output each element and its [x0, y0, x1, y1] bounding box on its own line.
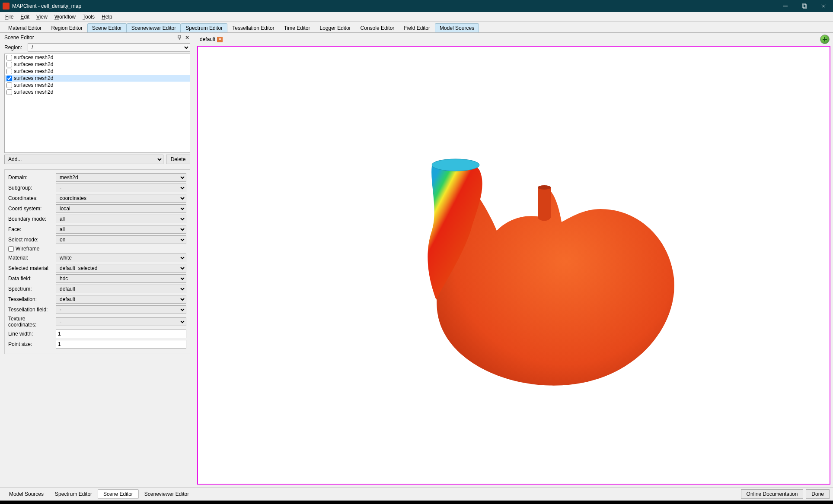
menubar: File Edit View Workflow Tools Help — [0, 12, 833, 22]
wireframe-label: Wireframe — [16, 246, 39, 252]
point-size-input[interactable] — [56, 340, 186, 349]
region-select[interactable]: / — [28, 43, 190, 52]
pin-icon[interactable] — [176, 35, 182, 41]
region-label: Region: — [4, 44, 25, 51]
window-title: MAPClient - cell_density_map — [12, 3, 776, 9]
boundary-mode-label: Boundary mode: — [8, 216, 54, 222]
spectrum-label: Spectrum: — [8, 286, 54, 292]
data-field-label: Data field: — [8, 276, 54, 282]
viewport-panel: default ✕ — [195, 33, 833, 487]
domain-label: Domain: — [8, 174, 54, 181]
top-tab-material-editor[interactable]: Material Editor — [3, 23, 46, 32]
subgroup-label: Subgroup: — [8, 185, 54, 191]
graphics-item-label: surfaces mesh2d — [14, 75, 53, 81]
close-panel-icon[interactable]: ✕ — [184, 35, 190, 41]
spectrum-select[interactable]: default — [56, 285, 186, 293]
top-tab-region-editor[interactable]: Region Editor — [46, 23, 87, 32]
top-tabstrip: Material EditorRegion EditorScene Editor… — [0, 22, 833, 33]
selected-material-select[interactable]: default_selected — [56, 264, 186, 273]
viewport-tab-label: default — [200, 36, 215, 42]
close-tab-icon[interactable]: ✕ — [217, 37, 223, 42]
top-tab-spectrum-editor[interactable]: Spectrum Editor — [181, 23, 227, 32]
top-tab-tessellation-editor[interactable]: Tessellation Editor — [227, 23, 279, 32]
tessellation-label: Tessellation: — [8, 296, 54, 302]
face-label: Face: — [8, 226, 54, 232]
top-tab-logger-editor[interactable]: Logger Editor — [315, 23, 356, 32]
graphics-item-checkbox[interactable] — [6, 89, 12, 95]
taskbar — [0, 501, 833, 504]
point-size-label: Point size: — [8, 341, 54, 347]
domain-select[interactable]: mesh2d — [56, 173, 186, 182]
close-button[interactable] — [814, 0, 833, 12]
panel-title: Scene Editor — [4, 35, 175, 41]
svg-point-10 — [538, 185, 551, 190]
data-field-select[interactable]: hdc — [56, 274, 186, 283]
graphics-item-label: surfaces mesh2d — [14, 54, 53, 60]
coordinates-select[interactable]: coordinates — [56, 194, 186, 203]
titlebar: MAPClient - cell_density_map — [0, 0, 833, 12]
delete-button[interactable]: Delete — [166, 155, 190, 164]
menu-view[interactable]: View — [33, 13, 51, 21]
graphics-list-item[interactable]: surfaces mesh2d — [5, 89, 190, 95]
svg-rect-5 — [178, 35, 181, 38]
svg-rect-2 — [803, 5, 807, 8]
bottom-tabstrip: Model SourcesSpectrum EditorScene Editor… — [0, 487, 833, 501]
tessellation-field-select[interactable]: - — [56, 305, 186, 314]
coord-system-select[interactable]: local — [56, 204, 186, 213]
graphics-list-item[interactable]: surfaces mesh2d — [5, 82, 190, 89]
add-graphics-select[interactable]: Add... — [4, 155, 163, 164]
menu-edit[interactable]: Edit — [17, 13, 33, 21]
texture-coords-label: Texture coordinates: — [8, 316, 54, 328]
face-select[interactable]: all — [56, 225, 186, 234]
material-label: Material: — [8, 255, 54, 261]
3d-canvas[interactable] — [197, 46, 830, 485]
viewport-tab-default[interactable]: default ✕ — [198, 35, 224, 43]
boundary-mode-select[interactable]: all — [56, 215, 186, 223]
line-width-input[interactable] — [56, 330, 186, 338]
app-icon — [3, 3, 10, 10]
graphics-list-item[interactable]: surfaces mesh2d — [5, 54, 190, 61]
graphics-list-item[interactable]: surfaces mesh2d — [5, 68, 190, 75]
graphics-item-checkbox[interactable] — [6, 82, 12, 88]
graphics-list-item[interactable]: surfaces mesh2d — [5, 61, 190, 68]
done-button[interactable]: Done — [806, 489, 830, 499]
bottom-tab-spectrum-editor[interactable]: Spectrum Editor — [49, 489, 98, 499]
minimize-button[interactable] — [776, 0, 795, 12]
graphics-item-checkbox[interactable] — [6, 55, 12, 60]
graphics-list-item[interactable]: surfaces mesh2d — [5, 75, 190, 82]
svg-point-9 — [432, 159, 479, 171]
graphics-item-label: surfaces mesh2d — [14, 61, 53, 67]
graphics-item-label: surfaces mesh2d — [14, 89, 53, 95]
top-tab-scene-editor[interactable]: Scene Editor — [87, 23, 127, 32]
select-mode-select[interactable]: on — [56, 235, 186, 244]
graphics-item-checkbox[interactable] — [6, 62, 12, 67]
graphics-list[interactable]: surfaces mesh2dsurfaces mesh2dsurfaces m… — [4, 54, 190, 153]
tessellation-select[interactable]: default — [56, 295, 186, 304]
menu-file[interactable]: File — [2, 13, 17, 21]
top-tab-console-editor[interactable]: Console Editor — [356, 23, 399, 32]
top-tab-time-editor[interactable]: Time Editor — [279, 23, 315, 32]
properties-panel: Domain:mesh2d Subgroup:- Coordinates:coo… — [4, 169, 190, 354]
menu-workflow[interactable]: Workflow — [51, 13, 79, 21]
add-viewport-button[interactable] — [820, 35, 830, 44]
bottom-tab-scene-editor[interactable]: Scene Editor — [98, 489, 139, 499]
bottom-tab-sceneviewer-editor[interactable]: Sceneviewer Editor — [139, 489, 195, 499]
graphics-item-label: surfaces mesh2d — [14, 82, 53, 88]
wireframe-checkbox[interactable] — [8, 246, 14, 252]
svg-rect-1 — [802, 4, 806, 7]
menu-help[interactable]: Help — [98, 13, 116, 21]
top-tab-field-editor[interactable]: Field Editor — [399, 23, 435, 32]
top-tab-model-sources[interactable]: Model Sources — [435, 23, 479, 32]
material-select[interactable]: white — [56, 254, 186, 262]
tessellation-field-label: Tessellation field: — [8, 307, 54, 313]
graphics-item-checkbox[interactable] — [6, 76, 12, 81]
maximize-button[interactable] — [795, 0, 814, 12]
online-doc-button[interactable]: Online Documentation — [741, 489, 804, 499]
subgroup-select[interactable]: - — [56, 184, 186, 192]
top-tab-sceneviewer-editor[interactable]: Sceneviewer Editor — [127, 23, 181, 32]
bottom-tab-model-sources[interactable]: Model Sources — [3, 489, 49, 499]
graphics-item-checkbox[interactable] — [6, 69, 12, 74]
texture-coords-select[interactable]: - — [56, 317, 186, 326]
scene-editor-panel: Scene Editor ✕ Region: / surfaces mesh2d… — [0, 33, 195, 487]
menu-tools[interactable]: Tools — [79, 13, 98, 21]
